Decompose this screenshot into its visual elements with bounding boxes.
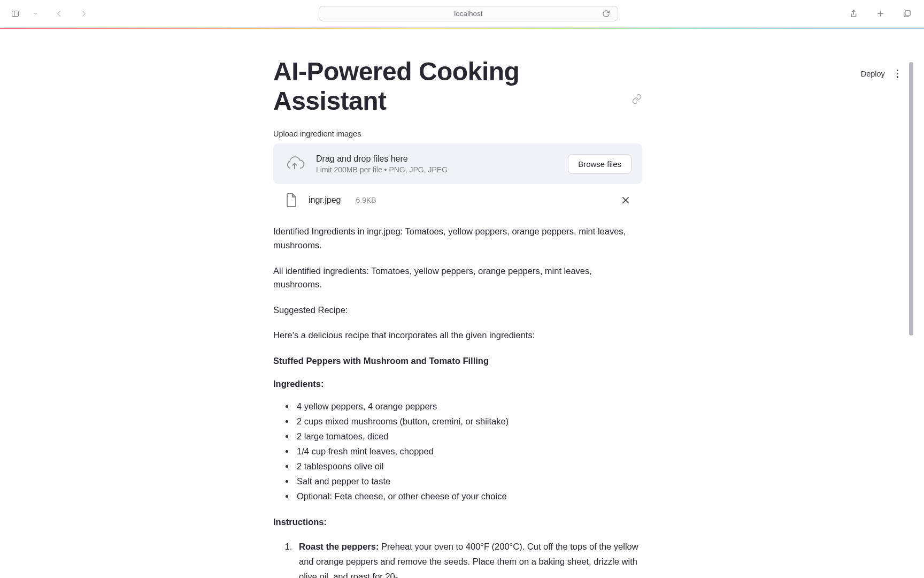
instructions-header: Instructions: (273, 515, 642, 529)
instruction-step: Roast the peppers: Preheat your oven to … (295, 539, 642, 578)
list-item: 2 cups mixed mushrooms (button, cremini,… (295, 414, 642, 429)
uploaded-file-row: ingr.jpeg 6.9KB (273, 184, 642, 213)
identified-text: Identified Ingredients in ingr.jpeg: Tom… (273, 225, 642, 252)
suggested-recipe-label: Suggested Recipe: (273, 303, 642, 317)
dropzone-title: Drag and drop files here (316, 154, 557, 164)
list-item: 2 large tomatoes, diced (295, 429, 642, 444)
dropzone-subtitle: Limit 200MB per file • PNG, JPG, JPEG (316, 165, 557, 174)
ingredients-list: 4 yellow peppers, 4 orange peppers 2 cup… (273, 399, 642, 504)
nav-forward-icon[interactable] (76, 6, 91, 21)
anchor-link-icon[interactable] (632, 81, 642, 92)
browser-chrome: localhost (0, 0, 924, 28)
scrollbar-thumb[interactable] (909, 62, 913, 336)
recipe-title: Stuffed Peppers with Mushroom and Tomato… (273, 354, 642, 368)
page-title: AI-Powered Cooking Assistant (273, 57, 642, 116)
instructions-list: Roast the peppers: Preheat your oven to … (273, 539, 642, 578)
list-item: Salt and pepper to taste (295, 474, 642, 489)
reload-icon[interactable] (598, 6, 613, 21)
uploaded-file-name: ingr.jpeg (309, 195, 341, 205)
main-content: AI-Powered Cooking Assistant Upload ingr… (273, 29, 642, 578)
file-icon (285, 193, 298, 208)
sidebar-toggle-icon[interactable] (7, 6, 22, 21)
share-icon[interactable] (846, 6, 861, 21)
file-dropzone[interactable]: Drag and drop files here Limit 200MB per… (273, 143, 642, 184)
all-ingredients-text: All identified ingredients: Tomatoes, ye… (273, 264, 642, 292)
ingredients-header: Ingredients: (273, 377, 642, 391)
browse-files-button[interactable]: Browse files (568, 154, 632, 174)
deploy-button[interactable]: Deploy (861, 70, 885, 78)
address-bar[interactable]: localhost (319, 6, 618, 21)
app-menu-icon[interactable] (895, 67, 900, 80)
page-title-text: AI-Powered Cooking Assistant (273, 57, 624, 116)
uploaded-file-size: 6.9KB (356, 196, 376, 204)
chevron-down-icon[interactable] (28, 6, 43, 21)
address-text: localhost (454, 10, 482, 18)
list-item: 1/4 cup fresh mint leaves, chopped (295, 444, 642, 459)
upload-label: Upload ingredient images (273, 130, 642, 138)
tabs-overview-icon[interactable] (899, 6, 914, 21)
svg-rect-0 (12, 11, 18, 17)
list-item: 4 yellow peppers, 4 orange peppers (295, 399, 642, 414)
recipe-intro: Here's a delicious recipe that incorpora… (273, 329, 642, 343)
remove-file-icon[interactable] (621, 195, 630, 205)
list-item: 2 tablespoons olive oil (295, 459, 642, 474)
new-tab-icon[interactable] (873, 6, 888, 21)
step-lead: Roast the peppers: (299, 542, 381, 551)
svg-rect-4 (905, 11, 910, 16)
scrollbar[interactable] (909, 62, 913, 578)
nav-back-icon[interactable] (51, 6, 66, 21)
list-item: Optional: Feta cheese, or other cheese o… (295, 489, 642, 504)
cloud-upload-icon (284, 153, 305, 174)
